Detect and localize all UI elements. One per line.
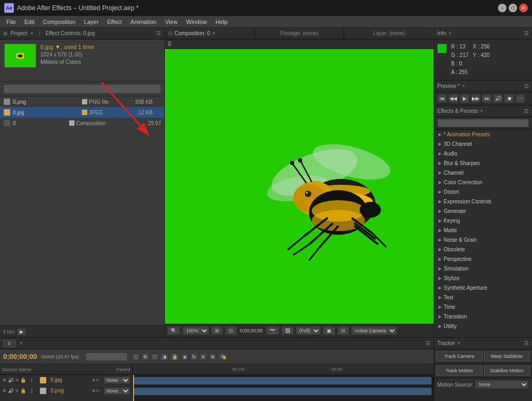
track-lock-icon[interactable]: 🔒 bbox=[20, 378, 26, 383]
list-item[interactable]: 0 Composition 29.97 bbox=[0, 118, 164, 128]
solo-btn[interactable]: ◻ bbox=[132, 353, 140, 361]
parent-select-2[interactable]: None bbox=[104, 387, 130, 395]
motion-blur-btn[interactable]: ≋ bbox=[199, 353, 207, 361]
lock-btn[interactable]: 🔒 bbox=[170, 353, 180, 361]
effect-noise-grain[interactable]: ▶ Noise & Grain bbox=[434, 235, 532, 244]
effects-menu[interactable]: ☰ bbox=[524, 108, 529, 114]
quality-select[interactable]: (Full) bbox=[296, 326, 321, 335]
effect-blur-sharpen[interactable]: ▶ Blur & Sharpen bbox=[434, 158, 532, 168]
menu-help[interactable]: Help bbox=[211, 18, 232, 26]
track-solo-icon-2[interactable]: ☀ bbox=[15, 388, 19, 394]
prev-forward-btn[interactable]: ▶▶ bbox=[471, 94, 480, 103]
track-eye-icon[interactable]: 👁 bbox=[2, 378, 7, 383]
menu-file[interactable]: File bbox=[2, 18, 20, 26]
draft-btn[interactable]: ⬡ bbox=[151, 353, 159, 361]
info-menu[interactable]: ☰ bbox=[524, 30, 529, 36]
effect-channel[interactable]: ▶ Channel bbox=[434, 168, 532, 177]
project-tab-label[interactable]: Project bbox=[11, 30, 27, 36]
tracker-menu[interactable]: ☰ bbox=[524, 340, 529, 346]
region-btn[interactable]: ▣ bbox=[323, 326, 335, 335]
maximize-button[interactable]: □ bbox=[509, 4, 517, 12]
track-motion-btn[interactable]: Track Motion bbox=[436, 366, 483, 375]
prev-record-btn[interactable]: ⏺ bbox=[504, 94, 514, 103]
menu-edit[interactable]: Edit bbox=[20, 18, 39, 26]
prev-play-btn[interactable]: ▶ bbox=[460, 94, 469, 103]
timeline-tab-0[interactable]: 0 bbox=[3, 340, 15, 347]
fx-btn[interactable]: fx bbox=[190, 353, 198, 361]
fit-btn[interactable]: ⊞ bbox=[211, 326, 223, 335]
effect-simulation[interactable]: ▶ Simulation bbox=[434, 264, 532, 273]
effect-stylize[interactable]: ▶ Stylize bbox=[434, 273, 532, 283]
menu-window[interactable]: Window bbox=[182, 18, 211, 26]
motion-source-select[interactable]: None bbox=[475, 380, 529, 389]
crop-btn[interactable]: ⊡ bbox=[225, 326, 237, 335]
warp-stabilizer-btn[interactable]: Warp Stabilizer bbox=[484, 351, 530, 361]
mask-btn[interactable]: ◈ bbox=[181, 353, 189, 361]
comp-tab-label[interactable]: Composition: 0 bbox=[174, 30, 210, 36]
parent-select-1[interactable]: None bbox=[104, 377, 130, 384]
effect-synthetic-aperture[interactable]: ▶ Synthetic Aperture bbox=[434, 283, 532, 292]
effects-search-input[interactable] bbox=[437, 119, 529, 127]
prev-more-btn[interactable]: ⋯ bbox=[516, 94, 525, 103]
effects-close[interactable]: × bbox=[480, 108, 484, 114]
track-audio-icon-2[interactable]: 🔊 bbox=[8, 388, 14, 394]
zoom-select[interactable]: 100% bbox=[182, 326, 209, 335]
timeline-close[interactable]: × bbox=[20, 340, 23, 346]
comp-viewport[interactable] bbox=[165, 49, 434, 324]
effect-matte[interactable]: ▶ Matte bbox=[434, 225, 532, 235]
menu-effect[interactable]: Effect bbox=[103, 18, 126, 26]
comp-tab-close[interactable]: × bbox=[212, 30, 215, 36]
menu-composition[interactable]: Composition bbox=[39, 18, 80, 26]
panel-menu-btn[interactable]: ☰ bbox=[156, 30, 161, 36]
effect-expression-controls[interactable]: ▶ Expression Controls bbox=[434, 197, 532, 206]
snapshot-btn[interactable]: 📷 bbox=[266, 326, 279, 335]
effect-obsolete[interactable]: ▶ Obsolete bbox=[434, 244, 532, 254]
prev-first-btn[interactable]: ⏮ bbox=[437, 94, 447, 103]
effect-controls-label[interactable]: Effect Controls: 0.jpg bbox=[46, 30, 95, 36]
list-item[interactable]: 0.png PNG file 938 KB bbox=[0, 96, 164, 107]
magnify-btn[interactable]: 🔍 bbox=[167, 326, 180, 335]
track-solo-icon[interactable]: ☀ bbox=[15, 378, 19, 383]
bpc-button[interactable]: ▶ bbox=[17, 328, 26, 335]
hide-btn[interactable]: ◑ bbox=[160, 353, 169, 361]
effect-color-correction[interactable]: ▶ Color Correction bbox=[434, 177, 532, 187]
comp-settings-btn[interactable]: ⚙ bbox=[141, 353, 149, 361]
camera-select[interactable]: Active Camera bbox=[351, 326, 397, 335]
effect-3dchannel[interactable]: ▶ 3D Channel bbox=[434, 139, 532, 149]
effect-animation-presets[interactable]: ▶ * Animation Presets bbox=[434, 129, 532, 139]
track-camera-btn[interactable]: Track Camera bbox=[436, 351, 483, 361]
effect-distort[interactable]: ▶ Distort bbox=[434, 187, 532, 197]
tracker-close[interactable]: × bbox=[458, 340, 461, 346]
effect-text[interactable]: ▶ Text bbox=[434, 292, 532, 302]
prev-last-btn[interactable]: ⏭ bbox=[482, 94, 492, 103]
track-audio-icon[interactable]: 🔊 bbox=[8, 378, 14, 383]
timeline-search-input[interactable] bbox=[85, 353, 128, 361]
effect-transition[interactable]: ▶ Transition bbox=[434, 312, 532, 321]
prev-back-btn[interactable]: ◀◀ bbox=[448, 94, 458, 103]
list-item[interactable]: 0.jpg JPEG 12 KB bbox=[0, 107, 164, 118]
effect-perspective[interactable]: ▶ Perspective bbox=[434, 254, 532, 264]
track-eye-icon-2[interactable]: 👁 bbox=[2, 388, 7, 394]
effect-time[interactable]: ▶ Time bbox=[434, 302, 532, 312]
project-panel-close[interactable]: × bbox=[30, 30, 34, 36]
effect-generate[interactable]: ▶ Generate bbox=[434, 206, 532, 216]
prev-audio-btn[interactable]: 🔊 bbox=[493, 94, 503, 103]
track-row-2[interactable]: 👁 🔊 ☀ 🔒 2 0.png ◈ fx None bbox=[0, 386, 132, 396]
adjust-btn[interactable]: ⊕ bbox=[209, 353, 217, 361]
menu-animation[interactable]: Animation bbox=[126, 18, 161, 26]
close-button[interactable]: ✕ bbox=[519, 4, 528, 12]
track-row-1[interactable]: 👁 🔊 ☀ 🔒 1 0.jpg ◈ fx None bbox=[0, 375, 132, 386]
timeline-menu[interactable]: ☰ bbox=[426, 340, 430, 346]
char-btn[interactable]: 🎭 bbox=[218, 353, 228, 361]
search-input[interactable] bbox=[3, 84, 161, 94]
minimize-button[interactable]: – bbox=[498, 4, 506, 12]
effect-audio[interactable]: ▶ Audio bbox=[434, 149, 532, 158]
transparent-btn[interactable]: ⊟ bbox=[337, 326, 349, 335]
track-lock-icon-2[interactable]: 🔒 bbox=[20, 388, 26, 394]
effect-keying[interactable]: ▶ Keying bbox=[434, 216, 532, 225]
info-close[interactable]: × bbox=[448, 30, 452, 36]
menu-view[interactable]: View bbox=[161, 18, 182, 26]
preview-close[interactable]: × bbox=[462, 83, 465, 89]
preview-menu[interactable]: ☰ bbox=[524, 83, 529, 89]
show-snapshot-btn[interactable]: 🖼 bbox=[281, 326, 294, 335]
